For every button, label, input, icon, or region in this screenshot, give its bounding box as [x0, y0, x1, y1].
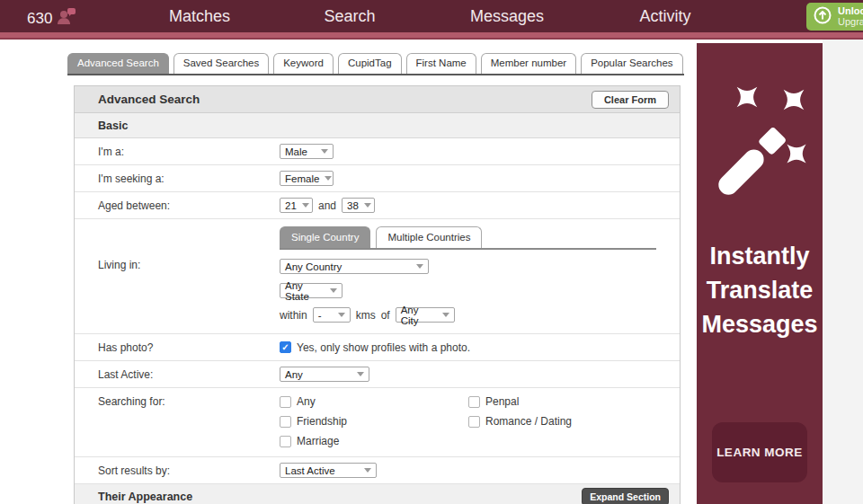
tab-single-country[interactable]: Single Country — [280, 226, 370, 248]
row-aged-between: Aged between: 21 and 38 — [75, 192, 680, 219]
row-im-a: I'm a: Male — [75, 138, 680, 165]
advanced-search-panel: Advanced Search Clear Form Basic I'm a: … — [74, 85, 681, 504]
aged-label: Aged between: — [98, 199, 280, 212]
has-photo-label: Has photo? — [98, 341, 280, 354]
any-checkbox[interactable] — [280, 396, 291, 408]
tab-first-name[interactable]: First Name — [406, 53, 476, 74]
checkbox-marriage[interactable]: Marriage — [280, 435, 468, 447]
romance-dating-checkbox[interactable] — [468, 416, 480, 428]
nav-messages[interactable]: Messages — [470, 7, 544, 26]
panel-title: Advanced Search — [98, 93, 200, 106]
has-photo-checkbox[interactable] — [280, 341, 291, 353]
seeking-value: Female — [285, 173, 319, 184]
dropdown-arrow-icon — [442, 313, 449, 317]
magic-wand-icon — [697, 68, 823, 216]
within-label: within — [280, 309, 307, 322]
age-max-value: 38 — [347, 200, 359, 211]
row-living-in: Living in: Single Country Multiple Count… — [75, 219, 680, 334]
age-max-select[interactable]: 38 — [342, 198, 375, 213]
tab-member-number[interactable]: Member number — [481, 53, 576, 74]
sort-value: Last Active — [285, 465, 335, 476]
country-mode-tabs: Single Country Multiple Countries — [280, 219, 656, 250]
age-min-value: 21 — [285, 200, 297, 211]
ad-headline-line1: Instantly — [697, 239, 823, 273]
match-count-indicator[interactable]: 630 — [27, 6, 77, 31]
tab-saved-searches[interactable]: Saved Searches — [173, 53, 269, 74]
dropdown-arrow-icon — [364, 203, 371, 208]
marriage-label: Marriage — [297, 435, 339, 447]
nav-matches[interactable]: Matches — [169, 7, 230, 26]
checkbox-any[interactable]: Any — [280, 395, 468, 408]
ad-headline: Instantly Translate Messages — [697, 239, 823, 341]
im-a-value: Male — [285, 146, 307, 157]
living-in-label: Living in: — [98, 219, 280, 323]
dropdown-arrow-icon — [325, 176, 332, 181]
city-select[interactable]: Any City — [396, 307, 455, 323]
upgrade-button[interactable]: Unlock Upgrade — [806, 3, 863, 31]
seeking-label: I'm seeking a: — [98, 172, 280, 185]
translate-ad-banner[interactable]: Instantly Translate Messages LEARN MORE — [697, 43, 823, 504]
checkbox-friendship[interactable]: Friendship — [280, 415, 468, 428]
ad-headline-line2: Translate — [697, 273, 823, 307]
state-select[interactable]: Any State — [280, 283, 343, 298]
age-min-select[interactable]: 21 — [280, 198, 313, 213]
search-type-tabs: Advanced Search Saved Searches Keyword C… — [67, 53, 683, 74]
penpal-checkbox[interactable] — [468, 396, 480, 408]
distance-select[interactable]: - — [313, 307, 351, 323]
checkbox-penpal[interactable]: Penpal — [468, 395, 572, 408]
tabs-underline — [67, 74, 684, 75]
ad-headline-line3: Messages — [697, 307, 823, 341]
match-count: 630 — [27, 10, 52, 28]
right-gutter — [823, 40, 863, 504]
dropdown-arrow-icon — [330, 288, 337, 293]
clear-form-button[interactable]: Clear Form — [592, 91, 669, 109]
dropdown-arrow-icon — [321, 149, 328, 154]
learn-more-button[interactable]: LEARN MORE — [712, 422, 807, 482]
checkbox-romance-dating[interactable]: Romance / Dating — [468, 415, 572, 428]
im-a-label: I'm a: — [98, 146, 280, 158]
dropdown-arrow-icon — [364, 468, 371, 473]
section-their-appearance: Their Appearance Expand Section — [75, 484, 680, 504]
expand-section-button[interactable]: Expand Section — [582, 488, 669, 504]
last-active-label: Last Active: — [98, 368, 280, 381]
section-basic: Basic — [75, 113, 680, 138]
upload-arrow-icon — [813, 5, 832, 29]
panel-header: Advanced Search Clear Form — [75, 86, 680, 113]
seeking-select[interactable]: Female — [280, 171, 334, 186]
country-select[interactable]: Any Country — [280, 259, 429, 274]
tab-cupidtag[interactable]: CupidTag — [338, 53, 402, 74]
city-value: Any City — [401, 305, 437, 326]
row-seeking: I'm seeking a: Female — [75, 165, 680, 192]
tab-multiple-countries[interactable]: Multiple Countries — [376, 226, 482, 248]
marriage-checkbox[interactable] — [280, 436, 291, 447]
header-accent-line — [0, 38, 863, 40]
dropdown-arrow-icon — [357, 372, 364, 376]
country-value: Any Country — [285, 261, 342, 272]
row-has-photo: Has photo? Yes, only show profiles with … — [75, 334, 680, 361]
row-sort-results: Sort results by: Last Active — [75, 457, 680, 484]
any-label: Any — [297, 395, 316, 408]
friendship-label: Friendship — [297, 415, 347, 428]
of-label: of — [381, 309, 390, 322]
aged-conjunction: and — [318, 199, 336, 212]
tab-advanced-search[interactable]: Advanced Search — [67, 53, 169, 74]
im-a-select[interactable]: Male — [280, 144, 334, 159]
last-active-value: Any — [285, 369, 303, 380]
tab-popular-searches[interactable]: Popular Searches — [581, 53, 682, 74]
appearance-section-title: Their Appearance — [98, 491, 192, 503]
top-navigation-bar: 630 Matches Search Messages Activity Unl… — [0, 0, 863, 32]
nav-search[interactable]: Search — [324, 7, 375, 26]
tab-keyword[interactable]: Keyword — [273, 53, 334, 74]
last-active-select[interactable]: Any — [280, 367, 369, 382]
dropdown-arrow-icon — [302, 203, 309, 208]
dropdown-arrow-icon — [416, 264, 423, 269]
upgrade-label-secondary: Upgrade — [838, 17, 863, 28]
sort-select[interactable]: Last Active — [280, 463, 377, 478]
dropdown-arrow-icon — [338, 313, 345, 317]
penpal-label: Penpal — [485, 395, 519, 408]
romance-dating-label: Romance / Dating — [485, 415, 572, 428]
row-last-active: Last Active: Any — [75, 361, 680, 388]
friendship-checkbox[interactable] — [280, 416, 291, 428]
searching-for-label: Searching for: — [98, 395, 280, 447]
nav-activity[interactable]: Activity — [639, 7, 690, 26]
